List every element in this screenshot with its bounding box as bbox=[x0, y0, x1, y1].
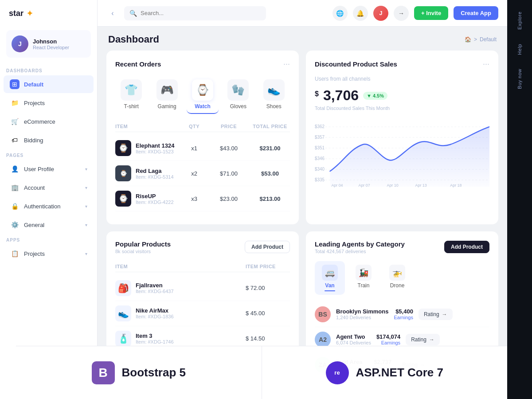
buy-now-item[interactable]: Buy now bbox=[513, 62, 526, 96]
cart-icon: 🛒 bbox=[10, 117, 20, 126]
table-row: ⌚ Red Laga Item: #XDG-5314 x2 $71.00 $53… bbox=[115, 161, 290, 186]
tab-tshirt[interactable]: 👕 T-shirt bbox=[115, 76, 147, 114]
apps-section-label: APPS bbox=[0, 234, 97, 244]
drone-icon: 🚁 bbox=[389, 265, 405, 281]
sidebar-item-default[interactable]: ⊞ Default bbox=[4, 75, 94, 93]
sidebar-item-ecommerce[interactable]: 🛒 eCommerce bbox=[4, 113, 94, 130]
tab-drone[interactable]: 🚁 Drone bbox=[382, 261, 412, 295]
qty-col-header: QTY bbox=[181, 124, 207, 129]
tab-label: Shoes bbox=[266, 103, 282, 110]
tab-gaming[interactable]: 🎮 Gaming bbox=[151, 76, 183, 114]
order-price: $43.00 bbox=[211, 145, 246, 152]
chevron-down-icon: ▾ bbox=[85, 223, 87, 227]
agent-name: Agent Two bbox=[336, 333, 371, 340]
product-details: Fjallraven Item: #XDG-6437 bbox=[136, 282, 174, 294]
sidebar-item-authentication[interactable]: 🔒 Authentication ▾ bbox=[4, 197, 94, 215]
recent-orders-card: Recent Orders ··· 👕 T-shirt 🎮 Gaming ⌚ W… bbox=[106, 51, 299, 224]
discount-amount: $ 3,706 ▼ 4.5% bbox=[315, 87, 489, 104]
more-menu-icon[interactable]: ··· bbox=[483, 59, 489, 69]
add-product-button[interactable]: Add Product bbox=[245, 241, 290, 253]
popular-products-title: Popular Products bbox=[115, 240, 171, 248]
svg-text:$362: $362 bbox=[315, 124, 325, 129]
shoes-icon: 👟 bbox=[263, 79, 285, 101]
arrow-right-icon[interactable]: → bbox=[394, 6, 409, 21]
agent-earnings: $5,400 bbox=[394, 308, 413, 315]
product-item: 🎒 Fjallraven Item: #XDG-6437 bbox=[115, 280, 242, 296]
watch-icon: ⌚ bbox=[192, 79, 213, 101]
tag-icon: 🏷 bbox=[10, 135, 20, 145]
topbar-avatar[interactable]: J bbox=[373, 6, 388, 21]
add-product-agent-button[interactable]: Add Product bbox=[444, 241, 489, 253]
settings-icon: ⚙️ bbox=[10, 220, 20, 230]
sales-chart: $362 $357 $351 $346 $340 $335 bbox=[315, 118, 489, 189]
sidebar-logo: star ✦ bbox=[0, 0, 97, 27]
sidebar-item-user-profile[interactable]: 👤 User Profile ▾ bbox=[4, 160, 94, 178]
bootstrap-brand[interactable]: B Bootstrap 5 bbox=[16, 346, 262, 399]
order-item: ⌚ Red Laga Item: #XDG-5314 bbox=[115, 165, 177, 181]
aspnet-brand[interactable]: re ASP.NET Core 7 bbox=[262, 346, 508, 399]
avatar: J bbox=[12, 35, 28, 52]
sidebar-item-projects[interactable]: 📁 Projects bbox=[4, 94, 94, 112]
chevron-down-icon: ▾ bbox=[85, 185, 87, 190]
search-input[interactable] bbox=[141, 10, 261, 16]
sidebar-toggle-button[interactable]: ‹ bbox=[106, 7, 119, 20]
product-name: Fjallraven bbox=[136, 282, 174, 289]
logo-text: star bbox=[9, 9, 23, 18]
list-item: 🎒 Fjallraven Item: #XDG-6437 $ 72.00 bbox=[115, 276, 290, 301]
page-title: Dashboard bbox=[108, 34, 159, 45]
dashboards-section-label: DASHBOARDS bbox=[0, 65, 97, 75]
list-item: BS Brooklyn Simmons 1,240 Deliveries $5,… bbox=[315, 302, 489, 327]
order-product-icon: ⌚ bbox=[115, 191, 131, 207]
sidebar-item-bidding[interactable]: 🏷 Bidding bbox=[4, 131, 94, 149]
products-table-header: ITEM ITEM PRICE bbox=[115, 261, 290, 272]
help-item[interactable]: Help bbox=[513, 37, 526, 62]
folder-icon: 📁 bbox=[10, 98, 20, 108]
order-total: $213.00 bbox=[250, 196, 290, 202]
svg-text:Apr 07: Apr 07 bbox=[359, 183, 370, 188]
tab-gloves[interactable]: 🧤 Gloves bbox=[222, 76, 254, 114]
create-app-button[interactable]: Create App bbox=[454, 6, 498, 20]
price-col-header: PRICE bbox=[211, 124, 246, 129]
rating-button[interactable]: Rating → bbox=[406, 334, 440, 345]
agent-earnings-info: $174,074 Earnings bbox=[376, 333, 400, 345]
sidebar-item-account[interactable]: 🏢 Account ▾ bbox=[4, 179, 94, 196]
svg-text:$335: $335 bbox=[315, 177, 325, 182]
user-icon: 👤 bbox=[10, 164, 20, 174]
globe-icon[interactable]: 🌐 bbox=[332, 6, 348, 21]
tab-shoes[interactable]: 👟 Shoes bbox=[258, 76, 290, 114]
more-menu-icon[interactable]: ··· bbox=[283, 59, 290, 69]
tab-van[interactable]: 🚐 Van bbox=[315, 261, 345, 295]
agent-earnings-label: Earnings bbox=[394, 315, 413, 320]
aspnet-brand-name: ASP.NET Core 7 bbox=[356, 366, 443, 379]
sidebar-item-projects-app[interactable]: 📋 Projects ▾ bbox=[4, 245, 94, 262]
product-id: Item: #XDG-6437 bbox=[136, 289, 174, 294]
order-price: $71.00 bbox=[211, 170, 246, 177]
sidebar-item-general[interactable]: ⚙️ General ▾ bbox=[4, 216, 94, 234]
lock-icon: 🔒 bbox=[10, 201, 20, 211]
item-col-header: ITEM bbox=[115, 264, 242, 269]
order-id: Item: #XDG-4222 bbox=[136, 200, 174, 205]
category-tabs: 👕 T-shirt 🎮 Gaming ⌚ Watch 🧤 Gloves 👟 bbox=[115, 76, 290, 114]
popular-products-subtitle: 8k social visitors bbox=[115, 249, 171, 254]
invite-button[interactable]: + Invite bbox=[414, 6, 448, 20]
product-price: $ 72.00 bbox=[246, 285, 290, 291]
tab-train[interactable]: 🚂 Train bbox=[348, 261, 379, 295]
svg-text:$340: $340 bbox=[315, 167, 325, 172]
notification-icon[interactable]: 🔔 bbox=[353, 6, 368, 21]
discount-sales-header: Discounted Product Sales ··· bbox=[315, 59, 489, 69]
order-id: Item: #XDG-1523 bbox=[136, 149, 174, 154]
tab-watch[interactable]: ⌚ Watch bbox=[187, 76, 219, 114]
tab-label: Watch bbox=[195, 103, 211, 110]
agent-name: Brooklyn Simmons bbox=[336, 308, 388, 315]
item-col-header: ITEM bbox=[115, 124, 177, 129]
gaming-icon: 🎮 bbox=[156, 79, 178, 101]
rating-button[interactable]: Rating → bbox=[419, 309, 453, 320]
svg-text:Apr 04: Apr 04 bbox=[331, 183, 343, 188]
user-card[interactable]: J Johnson React Developer bbox=[6, 30, 91, 58]
rating-label: Rating bbox=[411, 336, 426, 343]
discount-value: 3,706 bbox=[323, 87, 359, 104]
svg-text:Apr 18: Apr 18 bbox=[450, 183, 462, 188]
bootstrap-logo-icon: B bbox=[92, 361, 115, 384]
explore-item[interactable]: Explore bbox=[513, 4, 526, 37]
agent-avatar: BS bbox=[315, 306, 331, 322]
